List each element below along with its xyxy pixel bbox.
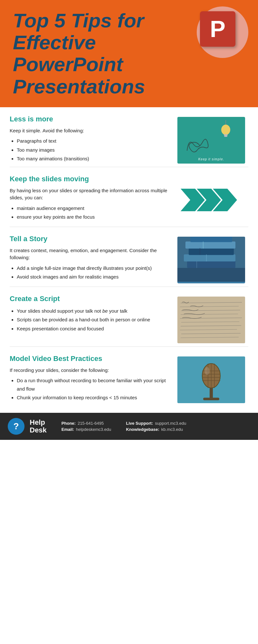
footer-brand: Help Desk: [30, 419, 47, 434]
list-less-is-more: Paragraphs of text Too many images Too m…: [10, 137, 172, 163]
image-arrows: [177, 177, 245, 223]
section-right-3: [177, 235, 248, 283]
intro-keep-moving: By having less on your slides or spreadi…: [10, 187, 172, 202]
section-left-4: Create a Script Your slides should suppo…: [10, 295, 177, 343]
tangle-icon: [184, 135, 210, 154]
section-right-2: [177, 175, 248, 223]
header: Top 5 Tips for Effective PowerPoint Pres…: [0, 0, 258, 107]
svg-rect-9: [184, 254, 235, 261]
section-left-2: Keep the slides moving By having less on…: [10, 175, 177, 223]
section-right-4: [177, 295, 248, 343]
intro-model-video: If recording your slides, consider the f…: [10, 367, 172, 374]
email-value: helpdeskemc3.edu: [76, 427, 111, 432]
phone-value: 215-641-6495: [78, 421, 104, 426]
list-item: Do a run through without recording to be…: [17, 376, 172, 393]
list-item: Too many animations (transitions): [17, 155, 172, 163]
list-item: maintain audience engagement: [17, 204, 172, 213]
list-keep-moving: maintain audience engagement ensure your…: [10, 204, 172, 221]
knowledgebase-value: kb.mc3.edu: [161, 427, 183, 432]
footer: ? Help Desk Phone: 215-641-6495 Email: h…: [0, 413, 258, 440]
section-keep-moving: Keep the slides moving By having less on…: [10, 167, 248, 227]
section-left-1: Less is more Keep it simple. Avoid the f…: [10, 115, 177, 164]
list-item: Scripts can be provided as a hand-out bo…: [17, 316, 172, 324]
heading-model-video: Model Video Best Practices: [10, 355, 172, 363]
live-support-label: Live Support:: [126, 421, 153, 426]
list-create-script: Your slides should support your talk not…: [10, 307, 172, 333]
section-left-3: Tell a Story It creates context, meaning…: [10, 235, 177, 283]
list-item: Chunk your information to keep recording…: [17, 393, 172, 402]
footer-phone-row: Phone: 215-641-6495: [62, 421, 111, 426]
question-mark-icon: ?: [13, 421, 19, 431]
email-label: Email:: [62, 427, 74, 432]
list-item: Keeps presentation concise and focused: [17, 325, 172, 333]
image-books: [177, 237, 245, 283]
svg-rect-12: [190, 237, 232, 242]
image-microphone: [177, 356, 245, 403]
script-svg: [177, 297, 245, 343]
list-item: Your slides should support your talk not…: [17, 307, 172, 315]
books-svg: [177, 237, 245, 282]
svg-rect-3: [224, 136, 227, 137]
section-left-5: Model Video Best Practices If recording …: [10, 355, 177, 403]
content-area: Less is more Keep it simple. Avoid the f…: [0, 107, 258, 406]
svg-rect-8: [187, 261, 235, 268]
list-tell-story: Add a single full-size image that direct…: [10, 264, 172, 281]
svg-rect-39: [203, 398, 219, 400]
svg-point-40: [204, 367, 210, 375]
heading-keep-moving: Keep the slides moving: [10, 175, 172, 183]
mic-svg: [177, 356, 245, 403]
section-right-5: [177, 355, 248, 403]
image-script: [177, 297, 245, 343]
knowledgebase-label: Knowledgebase:: [126, 427, 159, 432]
image-caption: Keep it simple.: [198, 157, 224, 161]
chevrons-svg: [181, 185, 242, 214]
svg-rect-18: [177, 297, 245, 343]
svg-rect-2: [224, 134, 228, 136]
list-model-video: Do a run through without recording to be…: [10, 376, 172, 402]
heading-less-is-more: Less is more: [10, 115, 172, 123]
list-item: Paragraphs of text: [17, 137, 172, 145]
svg-rect-38: [210, 388, 213, 398]
intro-less-is-more: Keep it simple. Avoid the following:: [10, 127, 172, 135]
footer-knowledgebase-row: Knowledgebase: kb.mc3.edu: [126, 427, 186, 432]
svg-rect-17: [177, 268, 245, 282]
list-item: Add a single full-size image that direct…: [17, 264, 172, 272]
footer-email-row: Email: helpdeskemc3.edu: [62, 427, 111, 432]
footer-live-support-row: Live Support: support.mc3.edu: [126, 421, 186, 426]
section-model-video: Model Video Best Practices If recording …: [10, 347, 248, 406]
footer-right: Live Support: support.mc3.edu Knowledgeb…: [126, 421, 186, 432]
live-support-value: support.mc3.edu: [155, 421, 186, 426]
list-item: ensure your key points are the focus: [17, 213, 172, 221]
intro-tell-story: It creates context, meaning, emotion, an…: [10, 247, 172, 261]
section-right-1: Keep it simple.: [177, 115, 248, 164]
list-item: Too many images: [17, 146, 172, 154]
help-desk-icon: ?: [8, 418, 25, 435]
image-keep-simple: Keep it simple.: [177, 117, 245, 164]
powerpoint-icon: P: [197, 6, 248, 58]
list-item: Avoid stock images and aim for realistic…: [17, 273, 172, 281]
heading-tell-story: Tell a Story: [10, 235, 172, 243]
footer-contact: Phone: 215-641-6495 Email: helpdeskemc3.…: [62, 421, 111, 432]
svg-point-1: [221, 125, 230, 135]
heading-create-script: Create a Script: [10, 295, 172, 303]
section-create-script: Create a Script Your slides should suppo…: [10, 287, 248, 346]
section-less-is-more: Less is more Keep it simple. Avoid the f…: [10, 107, 248, 167]
svg-rect-11: [185, 242, 235, 249]
phone-label: Phone:: [62, 421, 76, 426]
section-tell-story: Tell a Story It creates context, meaning…: [10, 227, 248, 287]
bulb-icon: [219, 120, 232, 143]
svg-rect-10: [189, 248, 234, 255]
